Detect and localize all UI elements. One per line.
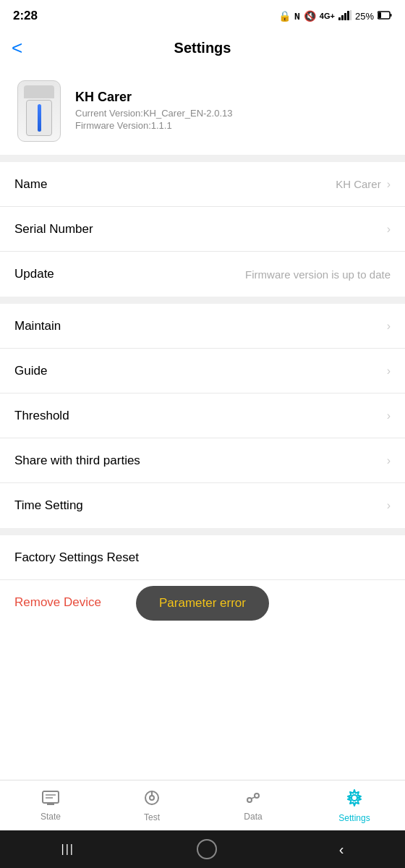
menu-label-guide: Guide <box>14 364 47 378</box>
nav-bar: < Settings <box>0 29 405 67</box>
back-button[interactable]: < <box>12 38 22 57</box>
menu-item-threshold[interactable]: Threshold › <box>0 393 405 438</box>
menu-label-share: Share with third parties <box>14 454 140 468</box>
menu-right-share: › <box>387 454 391 467</box>
android-menu-button[interactable]: ||| <box>61 843 74 856</box>
device-pen <box>38 104 41 132</box>
android-back-button[interactable]: ‹ <box>339 841 344 858</box>
svg-point-17 <box>255 793 259 798</box>
menu-label-maintain: Maintain <box>14 319 61 333</box>
chevron-icon-share: › <box>387 454 391 467</box>
tab-state[interactable]: State <box>0 780 101 830</box>
svg-rect-2 <box>344 13 346 20</box>
nfc-icon: N <box>294 11 300 22</box>
svg-rect-1 <box>341 15 344 20</box>
tab-settings[interactable]: Settings <box>304 780 405 830</box>
svg-rect-7 <box>391 14 392 17</box>
chevron-icon-maintain: › <box>387 320 391 333</box>
section-divider-1 <box>0 155 405 162</box>
svg-point-14 <box>150 796 154 800</box>
menu-label-name: Name <box>14 177 47 192</box>
menu-item-maintain[interactable]: Maintain › <box>0 304 405 349</box>
tab-data[interactable]: Data <box>202 780 304 830</box>
network-icon: 4G+ <box>320 12 335 20</box>
device-section: KH Carer Current Version:KH_Carer_EN-2.0… <box>0 67 405 155</box>
menu-value-update: Firmware version is up to date <box>245 268 391 281</box>
svg-point-19 <box>351 795 357 801</box>
svg-rect-3 <box>347 11 349 20</box>
status-icons: 🔒 N 🔇 4G+ 25% <box>278 10 392 22</box>
menu-item-serial[interactable]: Serial Number › <box>0 207 405 252</box>
menu-label-update: Update <box>14 267 54 281</box>
signal-icon <box>338 10 351 22</box>
status-time: 2:28 <box>13 9 38 23</box>
page-title: Settings <box>174 40 231 56</box>
svg-rect-0 <box>338 17 341 20</box>
menu-group-2: Maintain › Guide › Threshold › Share wit… <box>0 304 405 528</box>
battery-icon <box>378 11 392 22</box>
device-name: KH Carer <box>75 90 391 105</box>
section-divider-2 <box>0 297 405 304</box>
current-version: Current Version:KH_Carer_EN-2.0.13 <box>75 108 391 119</box>
device-info: KH Carer Current Version:KH_Carer_EN-2.0… <box>75 90 391 132</box>
chevron-icon-threshold: › <box>387 409 391 422</box>
svg-point-16 <box>247 798 252 802</box>
tab-test-label: Test <box>144 812 160 822</box>
menu-right-name: KH Carer › <box>336 178 391 191</box>
menu-item-time[interactable]: Time Setting › <box>0 483 405 528</box>
chevron-icon-guide: › <box>387 365 391 378</box>
menu-label-threshold: Threshold <box>14 409 69 423</box>
lock-icon: 🔒 <box>278 10 291 22</box>
svg-line-18 <box>252 797 255 799</box>
menu-item-name[interactable]: Name KH Carer › <box>0 162 405 207</box>
menu-right-maintain: › <box>387 320 391 333</box>
android-nav-bar: ||| ‹ <box>0 830 405 868</box>
menu-label-factory-reset: Factory Settings Reset <box>14 550 139 565</box>
menu-item-factory-reset[interactable]: Factory Settings Reset <box>0 535 405 580</box>
mute-icon: 🔇 <box>304 10 316 22</box>
menu-label-time: Time Setting <box>14 498 83 513</box>
battery-percent: 25% <box>355 11 374 22</box>
svg-rect-8 <box>43 791 59 803</box>
menu-label-serial: Serial Number <box>14 222 93 237</box>
menu-right-guide: › <box>387 365 391 378</box>
chevron-icon-serial: › <box>387 223 391 236</box>
chevron-icon-time: › <box>387 499 391 512</box>
device-body <box>26 100 52 136</box>
data-icon <box>244 790 263 809</box>
menu-label-remove-device: Remove Device <box>14 595 101 610</box>
test-icon <box>143 789 161 809</box>
toast-message: Parameter error <box>136 586 269 621</box>
chevron-icon-name: › <box>387 178 391 191</box>
section-divider-3 <box>0 528 405 535</box>
device-top <box>24 85 54 98</box>
device-image <box>14 78 64 143</box>
menu-right-serial: › <box>387 223 391 236</box>
menu-item-share[interactable]: Share with third parties › <box>0 438 405 483</box>
menu-item-update[interactable]: Update Firmware version is up to date <box>0 252 405 297</box>
firmware-version: Firmware Version:1.1.1 <box>75 120 391 131</box>
status-bar: 2:28 🔒 N 🔇 4G+ 25% <box>0 0 405 29</box>
tab-settings-label: Settings <box>338 813 370 823</box>
tab-data-label: Data <box>244 812 262 822</box>
tab-state-label: State <box>40 812 61 822</box>
android-home-button[interactable] <box>197 839 217 859</box>
menu-right-update: Firmware version is up to date <box>245 268 391 281</box>
device-thumbnail <box>17 80 61 142</box>
svg-rect-4 <box>350 10 351 20</box>
state-icon <box>41 790 60 809</box>
tab-bar: State Test Data S <box>0 780 405 830</box>
menu-item-guide[interactable]: Guide › <box>0 349 405 393</box>
tab-test[interactable]: Test <box>101 780 202 830</box>
menu-group-1: Name KH Carer › Serial Number › Update F… <box>0 162 405 297</box>
menu-right-time: › <box>387 499 391 512</box>
settings-icon <box>345 788 364 810</box>
svg-rect-6 <box>378 12 381 18</box>
menu-value-name: KH Carer <box>336 178 381 190</box>
menu-right-threshold: › <box>387 409 391 422</box>
